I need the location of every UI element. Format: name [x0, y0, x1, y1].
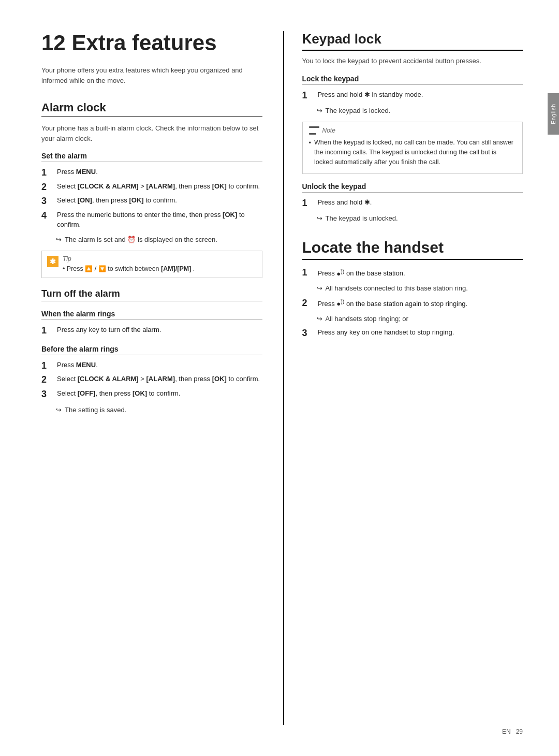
side-tab: English [548, 93, 559, 135]
list-item: 2 Select [CLOCK & ALARM] > [ALARM], then… [41, 374, 262, 386]
tip-label: Tip [63, 255, 195, 263]
side-tab-label: English [551, 104, 556, 124]
set-alarm-steps: 1 Press MENU. 2 Select [CLOCK & ALARM] >… [41, 167, 262, 229]
right-column: Keypad lock You to lock the keypad to pr… [283, 31, 523, 725]
wireless-icon2: ●)) [336, 300, 344, 308]
when-rings-subheading: When the alarm rings [41, 310, 262, 320]
list-item: 1 Press ●)) on the base station. [302, 267, 523, 279]
left-column: 12 Extra features Your phone offers you … [41, 31, 262, 725]
before-rings-subheading: Before the alarm rings [41, 345, 262, 355]
tip-box: ✱ Tip • Press 🔼 / 🔽 to switch between [A… [41, 251, 262, 278]
lock-keypad-steps: 1 Press and hold ✱ in standby mode. [302, 90, 523, 101]
am-icon: 🔼 [85, 265, 93, 272]
unlock-keypad-steps: 1 Press and hold ✱. [302, 198, 523, 209]
tip-content: • Press 🔼 / 🔽 to switch between [AM]/[PM… [63, 264, 195, 273]
before-rings-steps: 1 Press MENU. 2 Select [CLOCK & ALARM] >… [41, 360, 262, 400]
star-key-icon: ✱ [364, 90, 370, 100]
chapter-intro: Your phone offers you extra features whi… [41, 65, 262, 85]
list-item: 1 Press any key to turn off the alarm. [41, 325, 262, 337]
tip-body: Tip • Press 🔼 / 🔽 to switch between [AM]… [63, 255, 195, 273]
locate-step1-result: ↪ All handsets connected to this base st… [317, 284, 523, 293]
list-item: 3 Select [ON], then press [OK] to confir… [41, 196, 262, 207]
list-item: 3 Press any key on one handset to stop r… [302, 328, 523, 339]
unlock-keypad-subheading: Unlock the keypad [302, 182, 523, 193]
alarm-clock-intro: Your phone has a built-in alarm clock. C… [41, 123, 262, 143]
list-item: 2 Press ●)) on the base station again to… [302, 298, 523, 309]
list-item: 1 Press and hold ✱. [302, 198, 523, 209]
pm-icon: 🔽 [98, 265, 106, 272]
set-alarm-subheading: Set the alarm [41, 152, 262, 162]
page-footer: EN 29 [502, 728, 523, 735]
list-item: 3 Select [OFF], then press [OK] to confi… [41, 389, 262, 400]
keypad-lock-intro: You to lock the keypad to prevent accide… [302, 56, 523, 66]
main-content: 12 Extra features Your phone offers you … [10, 0, 549, 756]
when-rings-steps: 1 Press any key to turn off the alarm. [41, 325, 262, 337]
lock-keypad-subheading: Lock the keypad [302, 75, 523, 85]
list-item: 4 Press the numeric buttons to enter the… [41, 210, 262, 230]
list-item: 1 Press MENU. [41, 360, 262, 372]
list-item: 1 Press MENU. [41, 167, 262, 179]
turn-off-heading: Turn off the alarm [41, 288, 262, 301]
locate-handset-heading: Locate the handset [302, 239, 523, 260]
alarm-clock-heading: Alarm clock [41, 101, 262, 117]
lock-keypad-result: ↪ The keypad is locked. [317, 106, 523, 115]
note-box: Note • When the keypad is locked, no cal… [302, 122, 523, 173]
tip-icon: ✱ [47, 256, 58, 267]
note-label: Note [322, 127, 335, 134]
list-item: 2 Select [CLOCK & ALARM] > [ALARM], then… [41, 182, 262, 193]
before-rings-result: ↪ The setting is saved. [56, 405, 262, 415]
note-header: Note [309, 126, 517, 135]
note-icon [309, 126, 319, 135]
locate-handset-steps: 1 Press ●)) on the base station. [302, 267, 523, 279]
list-item: 1 Press and hold ✱ in standby mode. [302, 90, 523, 101]
keypad-lock-heading: Keypad lock [302, 31, 523, 51]
star-key-icon2: ✱ [364, 198, 370, 208]
chapter-title: 12 Extra features [41, 31, 262, 55]
unlock-keypad-result: ↪ The keypad is unlocked. [317, 214, 523, 223]
set-alarm-result: ↪ The alarm is set and ⏰ is displayed on… [56, 235, 262, 244]
note-content: • When the keypad is locked, no call can… [309, 138, 517, 167]
page-wrapper: English 12 Extra features Your phone off… [0, 0, 559, 756]
alarm-icon: ⏰ [127, 236, 136, 243]
locate-step2-result: ↪ All handsets stop ringing; or [317, 314, 523, 324]
wireless-icon: ●)) [336, 270, 344, 278]
